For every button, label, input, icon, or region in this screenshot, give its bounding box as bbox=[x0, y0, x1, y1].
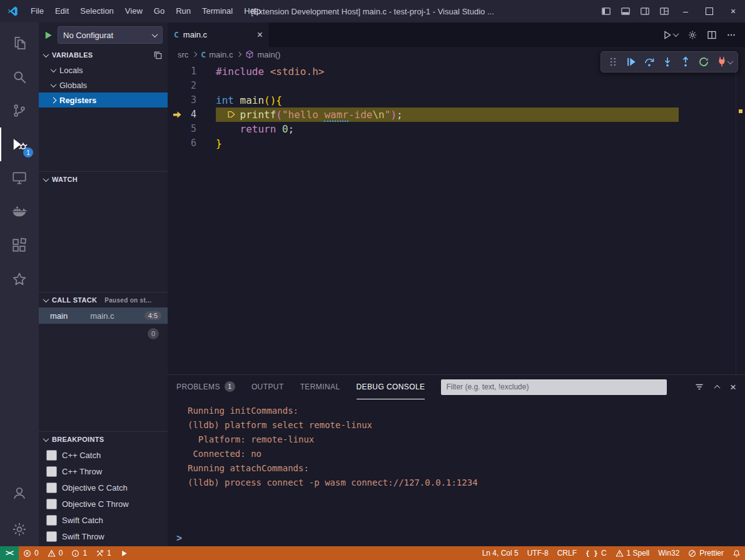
status-item-utf-8[interactable]: UTF-8 bbox=[523, 546, 553, 560]
toggle-secondary-sidebar-icon[interactable] bbox=[635, 0, 654, 22]
activity-extensions[interactable] bbox=[0, 229, 39, 262]
debug-config-select[interactable]: No Configurat bbox=[58, 26, 163, 44]
toggle-primary-sidebar-icon[interactable] bbox=[596, 0, 616, 22]
activity-run-debug[interactable]: 1 bbox=[0, 128, 39, 161]
variables-group-globals[interactable]: Globals bbox=[39, 78, 168, 92]
close-button[interactable]: × bbox=[721, 0, 745, 22]
status-item-debug-play[interactable] bbox=[116, 546, 133, 560]
status-item-1[interactable]: 1 bbox=[67, 546, 91, 560]
status-item-crlf[interactable]: CRLF bbox=[553, 546, 581, 560]
debug-console-output[interactable]: Running initCommands:(lldb) platform sel… bbox=[168, 399, 745, 530]
editor-gutter[interactable]: 5 bbox=[168, 122, 216, 136]
step-into-button[interactable] bbox=[658, 52, 676, 71]
activity-source-control[interactable] bbox=[0, 94, 39, 128]
panel-tab-problems[interactable]: PROBLEMS1 bbox=[176, 375, 235, 399]
panel-tab-debug-console[interactable]: DEBUG CONSOLE bbox=[357, 375, 425, 399]
menu-help[interactable]: Help bbox=[238, 0, 266, 22]
status-item-c[interactable]: { } C bbox=[581, 546, 611, 560]
inline-breakpoint-icon[interactable] bbox=[227, 110, 236, 119]
activity-accounts[interactable] bbox=[0, 476, 39, 510]
breakpoint-row[interactable]: Swift Throw bbox=[39, 528, 168, 544]
breadcrumb-item[interactable]: src bbox=[178, 50, 188, 59]
code-line-4[interactable]: 4 printf("hello wamr-ide\n"); bbox=[168, 108, 745, 122]
breadcrumb-item[interactable]: C main.c bbox=[201, 50, 233, 59]
tab-close-icon[interactable]: × bbox=[257, 30, 263, 40]
editor-gutter[interactable]: 2 bbox=[168, 79, 216, 93]
breadcrumb-item[interactable]: main() bbox=[245, 50, 280, 59]
code-line-2[interactable]: 2 bbox=[168, 79, 745, 93]
activity-settings[interactable] bbox=[0, 512, 39, 546]
status-item-ln-4-col-5[interactable]: Ln 4, Col 5 bbox=[478, 546, 523, 560]
breakpoint-row[interactable]: Objective C Throw bbox=[39, 496, 168, 512]
run-menu-button[interactable] bbox=[662, 30, 678, 40]
collapse-all-icon[interactable] bbox=[153, 51, 163, 60]
status-item-0[interactable]: 0 bbox=[19, 546, 43, 560]
call-stack-header[interactable]: CALL STACK Paused on st... bbox=[39, 292, 168, 308]
filter-lines-icon[interactable] bbox=[694, 382, 704, 392]
split-editor-icon[interactable] bbox=[707, 30, 717, 40]
status-item-1-spell[interactable]: 1 Spell bbox=[611, 546, 654, 560]
variables-group-registers[interactable]: Registers bbox=[39, 92, 168, 108]
menu-edit[interactable]: Edit bbox=[49, 0, 74, 22]
breakpoint-row[interactable]: Swift Catch bbox=[39, 512, 168, 528]
breakpoint-checkbox[interactable] bbox=[46, 531, 57, 542]
status-item-0[interactable]: 0 bbox=[43, 546, 68, 560]
toolbar-grip-icon[interactable] bbox=[604, 52, 622, 71]
editor-gutter[interactable]: 6 bbox=[168, 136, 216, 151]
more-actions-icon[interactable] bbox=[726, 30, 736, 40]
breakpoint-checkbox[interactable] bbox=[46, 499, 57, 509]
console-filter-input[interactable] bbox=[441, 379, 667, 395]
step-out-button[interactable] bbox=[676, 52, 694, 71]
breakpoint-checkbox[interactable] bbox=[46, 466, 57, 477]
panel-tab-output[interactable]: OUTPUT bbox=[251, 375, 284, 399]
watch-header[interactable]: WATCH bbox=[39, 171, 168, 187]
status-item-bell[interactable] bbox=[728, 546, 745, 560]
restart-button[interactable] bbox=[694, 52, 712, 71]
code-line-3[interactable]: 3int main(){ bbox=[168, 93, 745, 108]
breakpoint-checkbox[interactable] bbox=[46, 482, 57, 493]
stack-frame[interactable]: main main.c 4:5 bbox=[39, 308, 168, 324]
activity-star[interactable] bbox=[0, 262, 39, 296]
activity-docker[interactable] bbox=[0, 195, 39, 229]
activity-explorer[interactable] bbox=[0, 26, 39, 60]
settings-gear-icon[interactable] bbox=[687, 30, 697, 40]
breakpoint-row[interactable]: C++ Throw bbox=[39, 463, 168, 479]
code-editor[interactable]: 1#include <stdio.h>23int main(){4 printf… bbox=[168, 62, 745, 374]
menu-selection[interactable]: Selection bbox=[74, 0, 119, 22]
status-item-1[interactable]: 1 bbox=[91, 546, 116, 560]
close-panel-icon[interactable]: × bbox=[730, 382, 736, 392]
editor-gutter[interactable]: 4 bbox=[168, 108, 216, 122]
status-item-win32[interactable]: Win32 bbox=[654, 546, 684, 560]
remote-indicator[interactable]: >< bbox=[0, 546, 19, 560]
editor-gutter[interactable]: 3 bbox=[168, 93, 216, 108]
breakpoint-row[interactable]: Objective C Catch bbox=[39, 479, 168, 496]
breakpoint-checkbox[interactable] bbox=[46, 450, 57, 461]
step-over-button[interactable] bbox=[640, 52, 658, 71]
editor-gutter[interactable]: 1 bbox=[168, 64, 216, 79]
maximize-button[interactable] bbox=[697, 0, 721, 22]
start-debugging-icon[interactable] bbox=[44, 31, 53, 40]
activity-search[interactable] bbox=[0, 60, 39, 94]
code-line-5[interactable]: 5 return 0; bbox=[168, 122, 745, 136]
maximize-panel-icon[interactable] bbox=[714, 384, 721, 391]
tab-main-c[interactable]: C main.c × bbox=[168, 22, 269, 47]
variables-group-locals[interactable]: Locals bbox=[39, 62, 168, 78]
variables-header[interactable]: VARIABLES bbox=[39, 48, 168, 62]
breakpoint-checkbox[interactable] bbox=[46, 515, 57, 526]
menu-view[interactable]: View bbox=[119, 0, 148, 22]
continue-button[interactable] bbox=[622, 52, 640, 71]
menu-run[interactable]: Run bbox=[170, 0, 196, 22]
customize-layout-icon[interactable] bbox=[654, 0, 674, 22]
status-item-prettier[interactable]: Prettier bbox=[684, 546, 728, 560]
code-line-6[interactable]: 6} bbox=[168, 136, 745, 151]
breakpoint-row[interactable]: C++ Catch bbox=[39, 447, 168, 463]
menu-file[interactable]: File bbox=[25, 0, 49, 22]
toggle-panel-icon[interactable] bbox=[616, 0, 635, 22]
breakpoints-header[interactable]: BREAKPOINTS bbox=[39, 431, 168, 447]
activity-remote-explorer[interactable] bbox=[0, 161, 39, 195]
menu-terminal[interactable]: Terminal bbox=[196, 0, 238, 22]
menu-go[interactable]: Go bbox=[148, 0, 170, 22]
panel-tab-terminal[interactable]: TERMINAL bbox=[300, 375, 340, 399]
debug-console-input[interactable]: > bbox=[168, 530, 745, 546]
minimize-button[interactable]: – bbox=[674, 0, 697, 22]
